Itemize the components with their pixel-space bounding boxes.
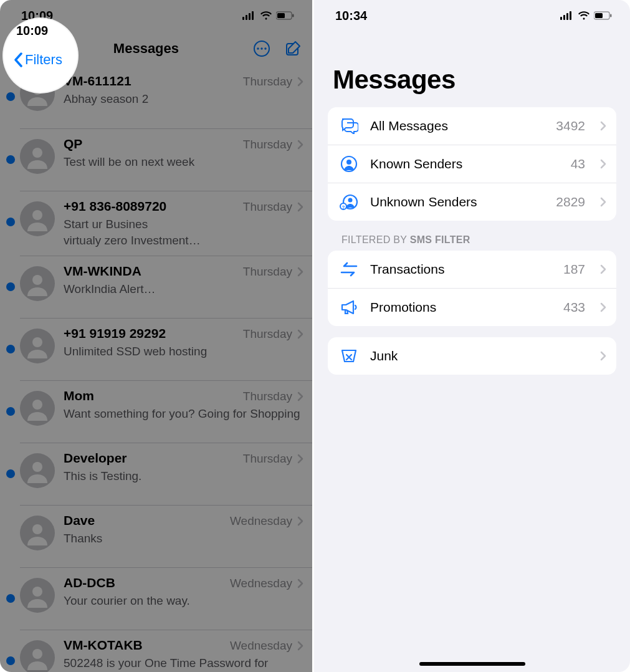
conversation-row[interactable]: DaveWednesdayThanks <box>20 505 312 567</box>
chevron-right-icon <box>600 351 606 361</box>
chevron-right-icon <box>297 77 303 87</box>
chevron-left-icon <box>14 52 24 67</box>
chevron-right-icon <box>600 197 606 207</box>
compose-icon[interactable] <box>285 40 302 57</box>
wifi-icon <box>578 11 590 20</box>
unread-dot <box>6 155 15 164</box>
filter-count: 433 <box>563 300 585 315</box>
conversation-date: Wednesday <box>230 514 292 528</box>
filter-row-promotions[interactable]: Promotions433 <box>328 288 616 326</box>
filter-count: 2829 <box>556 194 585 209</box>
conversation-row[interactable]: DeveloperThursdayThis is Testing. <box>20 443 312 505</box>
svg-rect-23 <box>563 15 565 20</box>
status-indicators <box>242 11 295 20</box>
conversation-date: Thursday <box>243 327 292 341</box>
svg-rect-22 <box>560 17 562 20</box>
conversation-row[interactable]: MomThursdayWant something for you? Going… <box>20 380 312 443</box>
sender-name: AD-DCB <box>64 575 115 590</box>
avatar <box>20 516 55 550</box>
svg-point-19 <box>32 524 42 534</box>
chevron-right-icon <box>297 329 303 339</box>
chevron-right-icon <box>297 516 303 526</box>
chevron-right-icon <box>297 391 303 401</box>
conversation-date: Thursday <box>243 138 292 151</box>
conversation-row[interactable]: VM-WKINDAThursdayWorkIndia Alert… <box>20 256 312 318</box>
sender-name: VM-KOTAKB <box>64 638 143 653</box>
more-icon[interactable] <box>252 39 271 58</box>
sender-name: Dave <box>64 513 95 528</box>
chevron-right-icon <box>297 202 303 212</box>
svg-text:?: ? <box>342 204 345 210</box>
svg-point-8 <box>257 47 259 49</box>
filter-label: Promotions <box>370 300 552 315</box>
svg-rect-27 <box>595 13 603 18</box>
message-preview: Unlimited SSD web hosting <box>64 343 303 360</box>
chevron-right-icon <box>600 121 606 131</box>
svg-point-17 <box>32 400 42 410</box>
avatar <box>20 391 55 426</box>
filter-row-junk[interactable]: Junk <box>328 337 616 375</box>
filter-label: Junk <box>370 348 589 363</box>
messages-icon <box>339 116 359 136</box>
svg-point-10 <box>264 47 266 49</box>
conversation-row[interactable]: VM-KOTAKBWednesday502248 is your One Tim… <box>20 630 312 672</box>
conversation-date: Wednesday <box>230 639 292 653</box>
back-label-highlight: Filters <box>25 52 62 68</box>
conversation-list[interactable]: VM-611121ThursdayAbhay season 2QPThursda… <box>0 66 312 672</box>
status-time-highlight: 10:09 <box>16 24 48 38</box>
message-preview: Test will be on next week <box>64 154 303 170</box>
back-button-highlight[interactable]: Filters <box>14 52 62 68</box>
filter-row-all-messages[interactable]: All Messages3492 <box>328 107 616 145</box>
unknown-icon: ? <box>339 192 359 212</box>
transactions-icon <box>339 259 359 279</box>
conversation-row[interactable]: +91 836-8089720ThursdayStart ur Businesv… <box>20 191 312 256</box>
filter-row-known-senders[interactable]: Known Senders43 <box>328 145 616 183</box>
filter-header-app: SMS FILTER <box>410 234 470 245</box>
conversation-row[interactable]: +91 91919 29292ThursdayUnlimited SSD web… <box>20 318 312 380</box>
svg-point-13 <box>32 148 42 158</box>
sender-name: Mom <box>64 388 94 403</box>
filters-screen: 10:34 Messages All Messages3492Known Sen… <box>314 0 630 672</box>
filter-count: 43 <box>571 156 585 171</box>
avatar <box>20 201 55 236</box>
filter-count: 3492 <box>556 118 585 133</box>
svg-point-20 <box>32 587 42 597</box>
message-preview: Abhay season 2 <box>64 91 303 107</box>
chevron-right-icon <box>297 641 303 651</box>
known-icon <box>339 154 359 174</box>
header: Messages <box>314 31 630 107</box>
highlight-circle: 10:09 Filters <box>4 19 77 92</box>
chevron-right-icon <box>297 454 303 464</box>
unread-dot <box>6 656 15 665</box>
conversation-date: Wednesday <box>230 577 292 590</box>
avatar <box>20 329 55 363</box>
filter-row-unknown-senders[interactable]: ?Unknown Senders2829 <box>328 183 616 221</box>
battery-icon <box>594 11 613 20</box>
unread-dot <box>6 92 15 101</box>
svg-rect-28 <box>610 14 612 17</box>
conversation-row[interactable]: QPThursdayTest will be on next week <box>20 128 312 191</box>
conversation-date: Thursday <box>243 200 292 214</box>
svg-rect-25 <box>570 11 571 20</box>
home-indicator[interactable] <box>419 662 525 666</box>
chevron-right-icon <box>297 578 303 588</box>
messages-list-screen: 10:09 Filters Messages VM-611121Thursday… <box>0 0 314 672</box>
sender-name: +91 836-8089720 <box>64 199 166 214</box>
filter-count: 187 <box>563 262 585 277</box>
status-bar: 10:34 <box>314 0 630 31</box>
signal-icon <box>560 11 574 20</box>
conversation-row[interactable]: AD-DCBWednesdayYour courier on the way. <box>20 567 312 630</box>
unread-dot <box>6 345 15 353</box>
svg-point-16 <box>32 337 42 347</box>
message-preview: This is Testing. <box>64 468 303 484</box>
chevron-right-icon <box>297 267 303 277</box>
svg-point-14 <box>32 210 42 220</box>
chevron-right-icon <box>600 159 606 169</box>
sender-name: +91 91919 29292 <box>64 326 166 341</box>
chevron-right-icon <box>600 302 606 312</box>
filter-row-transactions[interactable]: Transactions187 <box>328 251 616 288</box>
unread-dot <box>6 407 15 416</box>
avatar <box>20 578 55 613</box>
avatar <box>20 266 55 301</box>
filter-label: Unknown Senders <box>370 194 545 209</box>
